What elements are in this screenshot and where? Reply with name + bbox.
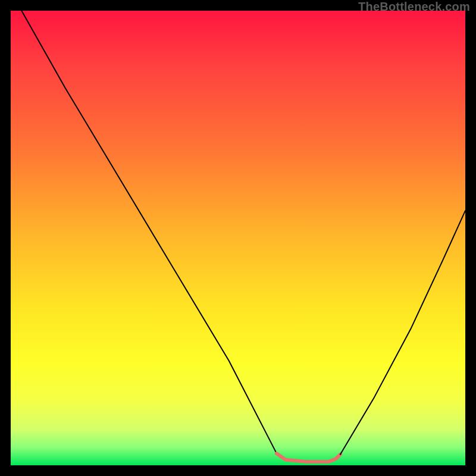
bottleneck-curve — [11, 11, 465, 465]
chart-plot-area — [11, 11, 465, 465]
curve-segment-flat-bottom — [277, 453, 340, 462]
curve-segment-right-arm — [340, 211, 465, 455]
chart-frame: TheBottleneck.com — [0, 0, 476, 476]
curve-segment-left-arm — [21, 11, 277, 453]
watermark-text: TheBottleneck.com — [358, 0, 470, 14]
